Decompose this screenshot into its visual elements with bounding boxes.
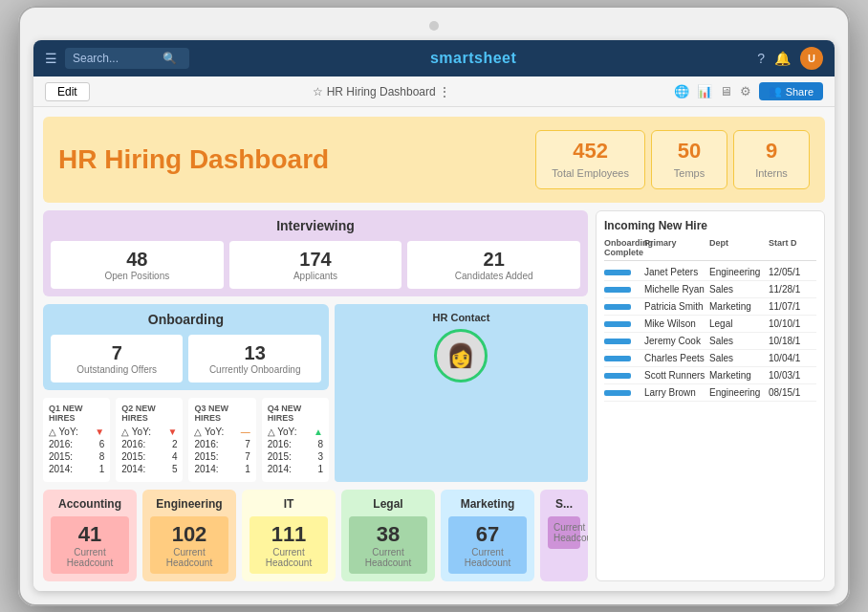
cell-name: Patricia Smith [644, 301, 707, 312]
cell-start: 10/03/1 [769, 370, 816, 381]
avatar[interactable]: U [800, 47, 823, 70]
stat-number-interns: 9 [749, 139, 793, 164]
table-row: Jeremy Cook Sales 10/18/1 [604, 333, 816, 350]
dept-row: Accounting 41 Current Headcount Engineer… [43, 490, 588, 581]
dept-count-legal: 38 [355, 522, 422, 547]
share-button[interactable]: 👥 Share [759, 82, 823, 100]
yoy-q3-title: Q3 NEW HIRES [194, 404, 250, 423]
yoy-q3-arrow: — [241, 426, 250, 437]
stat-label-employees: Total Employees [552, 167, 629, 179]
table-row: Larry Brown Engineering 08/15/1 [604, 384, 816, 402]
dept-count-marketing: 67 [454, 522, 521, 547]
cell-bar [604, 356, 642, 361]
dept-card-extra: S... Current Headcount [540, 490, 588, 581]
yoy-q2-2015-year: 2015: [121, 451, 145, 462]
bell-icon[interactable]: 🔔 [774, 51, 791, 66]
stat-number-employees: 452 [552, 139, 629, 164]
screen-icon[interactable]: 🖥 [720, 84, 732, 98]
table-row: Patricia Smith Marketing 11/07/1 [604, 298, 816, 316]
col-primary: Primary [644, 238, 707, 257]
hr-avatar: 👩 [434, 329, 488, 382]
yoy-q3-2016: 2016: 7 [194, 439, 250, 449]
table-row: Mike Wilson Legal 10/10/1 [604, 316, 816, 333]
chart-icon[interactable]: 📊 [697, 84, 712, 98]
globe-icon[interactable]: 🌐 [674, 84, 689, 98]
yoy-q2-delta: △ YoY: ▼ [121, 426, 177, 437]
cell-bar [604, 339, 642, 344]
yoy-q4-2016-year: 2016: [268, 439, 292, 449]
dept-card-it: IT 111 Current Headcount [242, 490, 336, 581]
cell-start: 10/18/1 [769, 336, 816, 346]
onboarding-title: Onboarding [51, 312, 321, 327]
applicants-box: 174 Applicants [229, 241, 402, 289]
yoy-q1-2015: 2015: 8 [49, 451, 104, 462]
search-box[interactable]: 🔍 [65, 48, 189, 69]
yoy-q2-2016-year: 2016: [121, 439, 145, 449]
cell-bar [604, 321, 642, 327]
yoy-q4-delta: △ YoY: ▲ [268, 426, 323, 437]
dept-inner-engineering: 102 Current Headcount [150, 516, 228, 574]
cell-dept: Sales [709, 336, 767, 346]
yoy-q3-2015-val: 7 [245, 451, 250, 462]
cell-dept: Sales [709, 353, 767, 363]
nav-title-sheet: sheet [474, 50, 516, 66]
yoy-q1: Q1 NEW HIRES △ YoY: ▼ 2016: 6 [43, 398, 110, 482]
hero-banner: HR Hiring Dashboard 452 Total Employees … [43, 117, 825, 203]
cell-dept: Marketing [709, 370, 767, 381]
hero-stat-interns: 9 Interns [733, 130, 810, 189]
yoy-q4-2014-val: 1 [317, 464, 323, 474]
dept-section: Accounting 41 Current Headcount Engineer… [43, 490, 588, 581]
dept-card-legal: Legal 38 Current Headcount [341, 490, 435, 581]
share-label: Share [786, 86, 814, 98]
edit-button[interactable]: Edit [45, 82, 90, 101]
yoy-q4-2015: 2015: 3 [268, 451, 323, 462]
cell-dept: Legal [709, 318, 767, 329]
currently-onboarding-lbl: Currently Onboarding [192, 364, 316, 375]
help-icon[interactable]: ? [757, 51, 765, 66]
table-body: Janet Peters Engineering 12/05/1 Michell… [604, 264, 816, 402]
candidates-num: 21 [411, 249, 576, 271]
dept-card-accounting: Accounting 41 Current Headcount [43, 490, 137, 581]
yoy-q1-2014: 2014: 1 [49, 464, 104, 474]
yoy-q2-delta-label: △ YoY: [121, 426, 151, 437]
toolbar: Edit ☆ HR Hiring Dashboard ⋮ 🌐 📊 🖥 ⚙ 👥 S… [33, 76, 835, 107]
yoy-q4: Q4 NEW HIRES △ YoY: ▲ 2016: 8 [262, 398, 329, 482]
cell-dept: Sales [709, 284, 767, 295]
settings-icon[interactable]: ⚙ [740, 84, 751, 98]
left-panel: Interviewing 48 Open Positions 174 Appli… [43, 210, 588, 581]
col-dept: Dept [709, 238, 767, 257]
right-panel: Incoming New Hire Onboarding Complete Pr… [596, 210, 825, 581]
table-row: Charles Peets Sales 10/04/1 [604, 350, 816, 367]
cell-start: 12/05/1 [769, 267, 816, 277]
yoy-q1-delta-label: △ YoY: [49, 426, 78, 437]
hero-stat-temps: 50 Temps [651, 130, 727, 189]
dept-count-engineering: 102 [156, 522, 223, 547]
cell-dept: Engineering [709, 387, 767, 398]
main-content: Interviewing 48 Open Positions 174 Appli… [43, 210, 825, 581]
cell-start: 11/28/1 [769, 284, 816, 295]
yoy-q3: Q3 NEW HIRES △ YoY: — 2016: 7 [188, 398, 255, 482]
dept-inner-extra: Current Headcount [548, 516, 580, 549]
dept-card-marketing: Marketing 67 Current Headcount [441, 490, 534, 581]
dept-inner-it: 111 Current Headcount [250, 516, 328, 574]
search-input[interactable] [73, 52, 159, 65]
incoming-table-title: Incoming New Hire [604, 219, 816, 232]
yoy-q3-delta-label: △ YoY: [194, 426, 224, 437]
search-icon: 🔍 [163, 52, 177, 65]
yoy-q2-2014-year: 2014: [121, 464, 145, 474]
yoy-q2-2015: 2015: 4 [121, 451, 177, 462]
onboard-yoy-row: Onboarding 7 Outstanding Offers 13 Curre… [43, 304, 588, 482]
yoy-q1-2016-year: 2016: [49, 439, 73, 449]
cell-name: Janet Peters [644, 267, 707, 277]
section-interviewing: Interviewing 48 Open Positions 174 Appli… [43, 210, 588, 296]
table-row: Janet Peters Engineering 12/05/1 [604, 264, 816, 281]
nav-title: smartsheet [197, 50, 749, 67]
yoy-q2-2014-val: 5 [172, 464, 178, 474]
yoy-q1-2016: 2016: 6 [49, 439, 104, 449]
hamburger-icon[interactable]: ☰ [45, 51, 57, 66]
device-frame: ☰ 🔍 smartsheet ? 🔔 U Edit ☆ HR Hiring Da… [18, 6, 850, 606]
yoy-q4-2016: 2016: 8 [268, 439, 323, 449]
yoy-q1-2014-year: 2014: [49, 464, 73, 474]
dept-label-accounting: Current Headcount [56, 547, 123, 568]
yoy-q2-2016-val: 2 [172, 439, 178, 449]
